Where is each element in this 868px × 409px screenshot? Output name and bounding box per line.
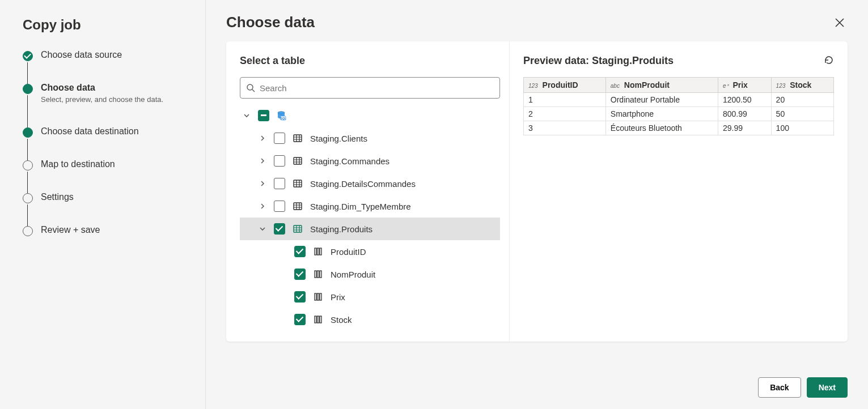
root-checkbox[interactable] [258, 110, 269, 121]
wizard-step[interactable]: Review + save [23, 225, 194, 235]
step-bullet-icon [23, 84, 33, 94]
column-row[interactable]: Stock [240, 308, 500, 331]
wizard-step[interactable]: Map to destination [23, 159, 194, 192]
svg-rect-20 [317, 316, 319, 323]
svg-rect-11 [317, 248, 319, 255]
preview-cell: 800.99 [718, 107, 771, 121]
column-checkbox[interactable] [294, 246, 306, 257]
svg-rect-10 [315, 248, 316, 255]
svg-rect-15 [320, 271, 321, 278]
step-label: Review + save [41, 225, 194, 235]
type-hint-icon: 123 [776, 83, 786, 89]
wizard-step[interactable]: Choose dataSelect, preview, and choose t… [23, 83, 194, 126]
column-header[interactable]: 123 ProduitID [524, 78, 606, 93]
preview-cell: Smartphone [606, 107, 718, 121]
wizard-step[interactable]: Choose data destination [23, 126, 194, 159]
column-header[interactable]: 123 Stock [771, 78, 833, 93]
content-card: Select a table SQL Staging.ClientsStagin… [226, 41, 848, 342]
column-row[interactable]: Prix [240, 286, 500, 308]
preview-table: 123 ProduitIDabc NomProduiteˣ Prix123 St… [523, 77, 834, 135]
table-icon [292, 133, 303, 143]
preview-cell: 29.99 [718, 121, 771, 135]
preview-row: 2Smartphone800.9950 [524, 107, 834, 121]
table-row[interactable]: Staging.Commandes [240, 150, 500, 172]
step-label: Map to destination [41, 159, 194, 169]
svg-rect-6 [294, 157, 302, 164]
close-icon [834, 17, 845, 28]
svg-rect-5 [294, 135, 302, 142]
chevron-down-icon[interactable] [258, 224, 267, 233]
chevron-right-icon[interactable] [258, 179, 267, 188]
step-bullet-icon [23, 160, 33, 171]
column-checkbox[interactable] [294, 314, 306, 325]
table-checkbox[interactable] [274, 201, 285, 212]
refresh-button[interactable] [824, 55, 834, 67]
preview-title: Preview data: Staging.Produits [523, 55, 674, 67]
back-button[interactable]: Back [758, 377, 801, 398]
column-icon [312, 314, 324, 325]
preview-cell: 2 [524, 107, 606, 121]
wizard-step[interactable]: Settings [23, 192, 194, 225]
svg-rect-21 [320, 316, 321, 323]
page-header: Choose data [206, 0, 868, 41]
column-header[interactable]: abc NomProduit [606, 78, 718, 93]
preview-row: 3Écouteurs Bluetooth29.99100 [524, 121, 834, 135]
column-row[interactable]: ProduitID [240, 240, 500, 263]
step-label: Choose data source [41, 50, 194, 60]
table-icon [292, 224, 303, 234]
preview-cell: Écouteurs Bluetooth [606, 121, 718, 135]
table-row[interactable]: Staging.DetailsCommandes [240, 172, 500, 195]
step-bullet-icon [23, 127, 33, 138]
column-checkbox[interactable] [294, 269, 306, 280]
chevron-right-icon[interactable] [258, 156, 267, 165]
table-row[interactable]: Staging.Dim_TypeMembre [240, 195, 500, 218]
search-input[interactable] [260, 83, 494, 93]
svg-rect-16 [315, 293, 316, 300]
column-label: ProduitID [331, 247, 366, 257]
chevron-down-icon[interactable] [242, 111, 251, 120]
table-label: Staging.Clients [310, 134, 367, 143]
sql-database-icon: SQL [276, 110, 286, 121]
search-icon [246, 83, 255, 92]
column-icon [312, 269, 324, 279]
table-icon [292, 156, 303, 166]
chevron-right-icon[interactable] [258, 202, 267, 211]
preview-cell: 1200.50 [718, 93, 771, 107]
svg-rect-14 [317, 271, 319, 278]
table-row[interactable]: Staging.Produits [240, 218, 500, 240]
wizard-sidebar: Copy job Choose data sourceChoose dataSe… [0, 0, 206, 409]
tree-root-row[interactable]: SQL [240, 104, 500, 127]
preview-pane: Preview data: Staging.Produits 123 Produ… [510, 41, 848, 342]
preview-cell: 1 [524, 93, 606, 107]
table-checkbox[interactable] [274, 178, 285, 189]
svg-rect-9 [294, 225, 302, 232]
column-header[interactable]: eˣ Prix [718, 78, 771, 93]
close-button[interactable] [832, 15, 848, 31]
svg-text:SQL: SQL [280, 117, 286, 120]
wizard-step[interactable]: Choose data source [23, 50, 194, 83]
preview-cell: 3 [524, 121, 606, 135]
svg-rect-12 [320, 248, 321, 255]
table-checkbox[interactable] [274, 133, 285, 144]
wizard-footer: Back Next [758, 377, 848, 398]
table-checkbox[interactable] [274, 223, 285, 235]
column-row[interactable]: NomProduit [240, 263, 500, 286]
column-label: Prix [331, 292, 345, 302]
column-checkbox[interactable] [294, 291, 306, 303]
search-box[interactable] [240, 77, 500, 99]
step-label: Settings [41, 192, 194, 202]
column-label: Stock [331, 315, 352, 325]
step-label: Choose data [41, 83, 194, 93]
next-button[interactable]: Next [807, 377, 848, 398]
chevron-right-icon[interactable] [258, 134, 267, 143]
table-row[interactable]: Staging.Clients [240, 127, 500, 150]
column-icon [312, 246, 324, 257]
table-tree[interactable]: SQL Staging.ClientsStaging.CommandesStag… [240, 104, 500, 333]
step-bullet-icon [23, 226, 33, 236]
type-hint-icon: 123 [528, 83, 538, 89]
table-checkbox[interactable] [274, 155, 285, 167]
preview-cell: 100 [771, 121, 833, 135]
type-hint-icon: abc [611, 83, 620, 89]
step-bullet-icon [23, 51, 33, 61]
wizard-steps: Choose data sourceChoose dataSelect, pre… [23, 50, 194, 235]
